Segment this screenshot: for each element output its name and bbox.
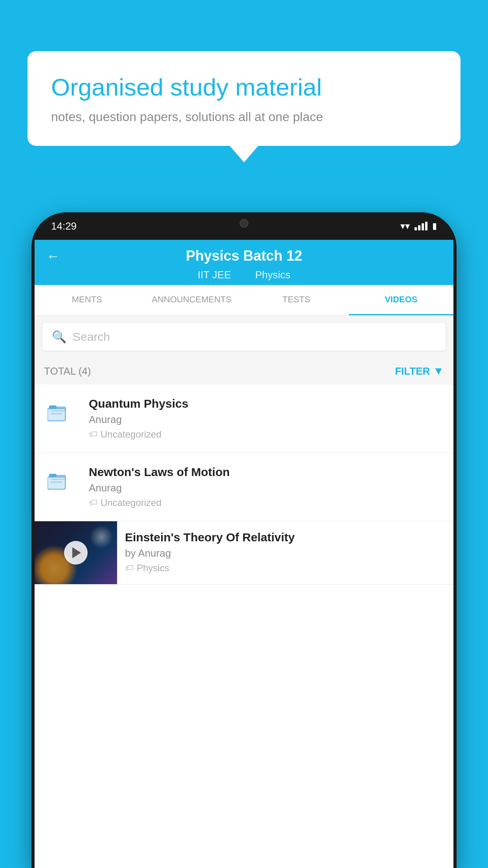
video-info: Einstein's Theory Of Relativity by Anura…	[117, 521, 444, 583]
search-container: 🔍 Search	[35, 316, 453, 358]
total-count: TOTAL (4)	[44, 365, 91, 377]
video-author: Anurag	[89, 482, 444, 494]
header-title: Physics Batch 12	[186, 248, 302, 264]
battery-icon: ▮	[432, 221, 437, 231]
folder-icon	[44, 397, 79, 432]
status-bar: 14:29 ▾▾ ▮	[31, 212, 457, 240]
svg-rect-7	[49, 474, 57, 477]
phone-screen: ← Physics Batch 12 IIT JEE Physics MENTS…	[35, 240, 453, 868]
search-bar[interactable]: 🔍 Search	[42, 323, 446, 351]
video-info: Newton's Laws of Motion Anurag 🏷 Uncateg…	[89, 465, 444, 508]
video-tag: 🏷 Uncategorized	[89, 429, 444, 440]
filter-label: FILTER	[395, 365, 430, 377]
svg-rect-3	[51, 410, 65, 412]
video-tag: 🏷 Physics	[125, 563, 444, 574]
list-item[interactable]: Quantum Physics Anurag 🏷 Uncategorized	[35, 384, 453, 453]
subtitle-separator	[242, 269, 247, 281]
video-author: by Anurag	[125, 547, 444, 559]
folder-icon	[44, 465, 79, 501]
tab-ments[interactable]: MENTS	[35, 285, 139, 315]
play-icon	[72, 547, 81, 558]
tab-tests[interactable]: TESTS	[244, 285, 349, 315]
video-info: Quantum Physics Anurag 🏷 Uncategorized	[89, 397, 444, 440]
video-author: Anurag	[89, 414, 444, 426]
status-icons: ▾▾ ▮	[400, 221, 437, 232]
video-list: Quantum Physics Anurag 🏷 Uncategorized	[35, 384, 453, 585]
tag-icon: 🏷	[89, 498, 97, 508]
filter-bar: TOTAL (4) FILTER ▼	[35, 358, 453, 384]
tabs-bar: MENTS ANNOUNCEMENTS TESTS VIDEOS	[35, 285, 453, 316]
video-title: Newton's Laws of Motion	[89, 465, 444, 479]
bubble-title: Organised study material	[51, 73, 437, 102]
header-subtitle: IIT JEE Physics	[46, 269, 442, 285]
tag-icon: 🏷	[89, 429, 97, 440]
search-input[interactable]: Search	[73, 330, 110, 344]
wifi-icon: ▾▾	[400, 221, 410, 232]
camera-dot	[240, 219, 248, 228]
search-icon: 🔍	[52, 330, 66, 344]
back-button[interactable]: ←	[46, 248, 60, 264]
bubble-subtitle: notes, question papers, solutions all at…	[51, 110, 437, 124]
list-item[interactable]: Einstein's Theory Of Relativity by Anura…	[35, 521, 453, 585]
svg-rect-4	[51, 413, 62, 414]
svg-rect-2	[49, 405, 57, 408]
notch	[205, 212, 283, 234]
header-top: ← Physics Batch 12	[46, 248, 442, 269]
video-title: Einstein's Theory Of Relativity	[125, 531, 444, 544]
svg-rect-8	[51, 479, 65, 480]
video-title: Quantum Physics	[89, 397, 444, 410]
subtitle-part1: IIT JEE	[198, 269, 231, 281]
app-header: ← Physics Batch 12 IIT JEE Physics	[35, 240, 453, 285]
tab-videos[interactable]: VIDEOS	[349, 285, 454, 315]
list-item[interactable]: Newton's Laws of Motion Anurag 🏷 Uncateg…	[35, 453, 453, 521]
svg-rect-9	[51, 482, 62, 483]
video-tag: 🏷 Uncategorized	[89, 497, 444, 508]
subtitle-part2: Physics	[255, 269, 290, 281]
phone-frame: 14:29 ▾▾ ▮ ← Physics Batch 12 IIT JEE	[31, 212, 457, 868]
signal-icon	[415, 222, 427, 230]
filter-icon: ▼	[433, 365, 444, 377]
play-button[interactable]	[64, 541, 88, 565]
filter-button[interactable]: FILTER ▼	[395, 365, 444, 377]
status-time: 14:29	[51, 220, 77, 232]
tag-icon: 🏷	[125, 563, 134, 573]
thumb-stars	[90, 525, 113, 549]
tab-announcements[interactable]: ANNOUNCEMENTS	[139, 285, 244, 315]
video-thumbnail	[35, 521, 117, 584]
speech-bubble-container: Organised study material notes, question…	[28, 51, 460, 146]
speech-bubble: Organised study material notes, question…	[28, 51, 460, 146]
